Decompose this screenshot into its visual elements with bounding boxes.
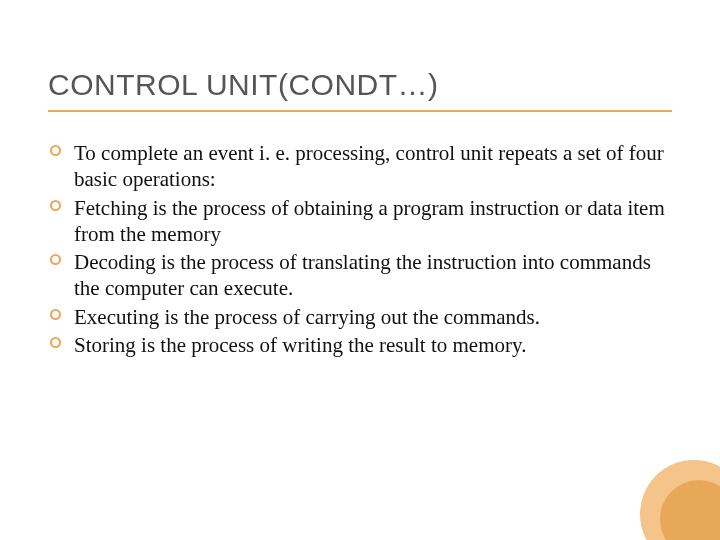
slide-title: CONTROL UNIT(CONDT…)	[48, 68, 672, 102]
slide: CONTROL UNIT(CONDT…) To complete an even…	[0, 0, 720, 540]
list-item-text: Storing is the process of writing the re…	[74, 333, 526, 357]
circle-bullet-icon	[50, 309, 61, 320]
bullet-list: To complete an event i. e. processing, c…	[48, 140, 672, 358]
list-item: Decoding is the process of translating t…	[48, 249, 672, 302]
list-item: Storing is the process of writing the re…	[48, 332, 672, 358]
circle-bullet-icon	[50, 254, 61, 265]
list-item: Executing is the process of carrying out…	[48, 304, 672, 330]
list-item-text: Decoding is the process of translating t…	[74, 250, 651, 300]
circle-bullet-icon	[50, 200, 61, 211]
list-item: To complete an event i. e. processing, c…	[48, 140, 672, 193]
title-underline	[48, 110, 672, 112]
circle-bullet-icon	[50, 337, 61, 348]
list-item: Fetching is the process of obtaining a p…	[48, 195, 672, 248]
circle-bullet-icon	[50, 145, 61, 156]
list-item-text: Fetching is the process of obtaining a p…	[74, 196, 665, 246]
list-item-text: To complete an event i. e. processing, c…	[74, 141, 664, 191]
list-item-text: Executing is the process of carrying out…	[74, 305, 540, 329]
